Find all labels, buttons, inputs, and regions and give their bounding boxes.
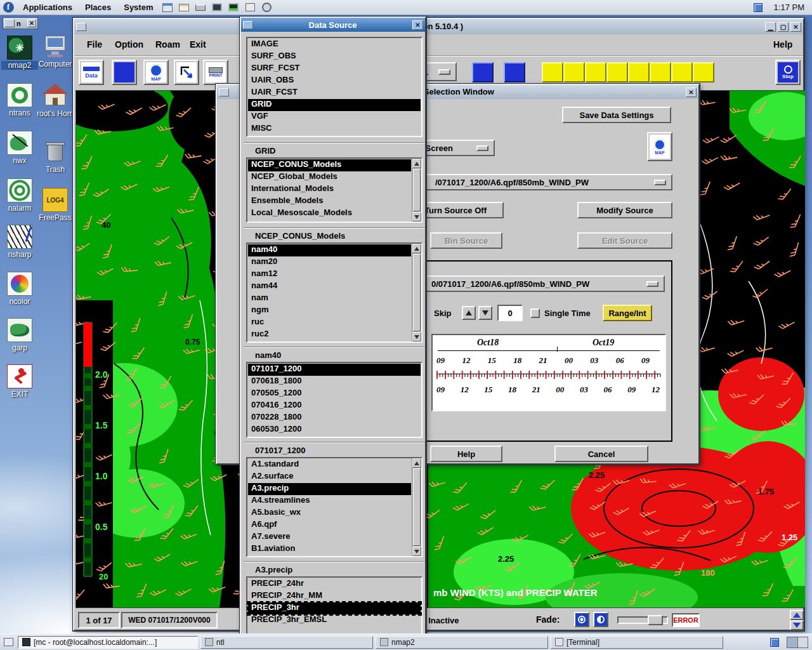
data-source-menu-icon[interactable] (243, 21, 253, 29)
desktop-icon-ncolor[interactable]: ncolor (1, 272, 38, 306)
menu-places[interactable]: Places (79, 1, 117, 14)
desktop-icon-nalarm[interactable]: nalarm (1, 178, 38, 213)
list-item-selected[interactable]: nam40 (248, 244, 411, 256)
help-button[interactable]: Help (430, 446, 502, 462)
list-item[interactable]: PRECIP_24hr_MM (248, 590, 421, 602)
list-item[interactable]: 070416_1200 (248, 400, 421, 412)
list-item[interactable]: IMAGE (248, 39, 421, 51)
list-item[interactable]: A1.standard (248, 459, 411, 471)
list-item[interactable]: A6.qpf (248, 519, 411, 531)
single-time-checkbox[interactable] (530, 308, 540, 318)
close-icon[interactable]: ✕ (790, 22, 801, 32)
list-item[interactable]: ruc (248, 317, 411, 329)
list-item[interactable]: International_Models (248, 183, 411, 196)
window-list-icon[interactable] (768, 636, 781, 649)
timeline-panel[interactable]: Oct18 Oct19 091215182100030609 091215182… (431, 334, 666, 411)
data-source-close-icon[interactable]: ✕ (412, 20, 423, 30)
blue-tool-button-1[interactable] (112, 60, 137, 85)
list-item[interactable]: nam (248, 293, 411, 305)
list-item[interactable]: ruc2 (248, 329, 411, 341)
desktop-icon-freepass[interactable]: LOG4 FreePass (37, 188, 74, 222)
frame-button-2[interactable] (563, 62, 585, 83)
range-int-button[interactable]: Range/Int (603, 305, 652, 321)
scroll-down-icon[interactable] (412, 547, 421, 556)
selection-window-menu-icon[interactable] (219, 88, 229, 96)
workspace-switcher[interactable] (787, 637, 808, 648)
scroll-down-icon[interactable] (412, 212, 421, 222)
taskbar-item-terminal[interactable]: [Terminal] (551, 636, 723, 649)
list-item[interactable]: UAIR_OBS (248, 75, 421, 87)
list-item[interactable]: nam12 (248, 269, 411, 281)
list-item[interactable]: B1.aviation (248, 543, 411, 555)
frame-button-7[interactable] (671, 62, 693, 83)
selection-close-icon[interactable]: ✕ (686, 88, 697, 97)
list-item-selected[interactable]: 071017_1200 (248, 364, 421, 376)
fade-slider[interactable] (617, 616, 668, 624)
mini-window-menu-icon[interactable] (4, 19, 15, 27)
scroll-thumb[interactable] (413, 169, 421, 211)
frame-button-1[interactable] (542, 62, 563, 83)
desktop-icon-nwx[interactable]: nwx (1, 131, 38, 165)
printer-launcher-icon[interactable] (194, 1, 207, 14)
desktop-icon-trash[interactable]: Trash (37, 140, 74, 174)
list-item-selected[interactable]: A3.precip (248, 483, 411, 495)
workspace-1[interactable] (787, 637, 798, 647)
frame-button-6[interactable] (650, 62, 671, 83)
timeline-ruler[interactable] (435, 368, 662, 382)
show-desktop-icon[interactable] (2, 636, 15, 649)
desktop-icon-ntrans[interactable]: ntrans (1, 83, 38, 117)
list-item[interactable]: NCEP_Global_Models (248, 171, 411, 183)
list-item[interactable]: Ensemble_Models (248, 196, 411, 208)
power-launcher-icon[interactable] (260, 1, 273, 14)
skip-up-button[interactable] (462, 306, 476, 320)
list-item[interactable]: VGF (248, 111, 421, 123)
desktop-icon-computer[interactable]: Computer (37, 34, 74, 69)
list-item[interactable]: 070618_1800 (248, 376, 421, 388)
menu-system[interactable]: System (117, 1, 159, 14)
window-menu-icon[interactable] (76, 23, 86, 31)
clock[interactable]: 1:17 PM (766, 3, 812, 12)
menu-applications[interactable]: Applications (16, 1, 79, 14)
mini-window-close-icon[interactable]: ✕ (27, 19, 36, 27)
scrollbar[interactable] (412, 244, 421, 342)
list-item[interactable]: PRECIP_24hr (248, 578, 421, 590)
list-item[interactable]: ngm (248, 305, 411, 317)
scroll-thumb[interactable] (413, 254, 421, 331)
scroll-up-icon[interactable] (412, 458, 421, 468)
maximize-icon[interactable]: ▢ (778, 22, 789, 32)
list-item[interactable]: A2.surface (248, 471, 411, 483)
menu-option[interactable]: Option (111, 38, 147, 51)
list-item-selected[interactable]: GRID (248, 99, 421, 111)
distro-logo-icon[interactable]: f (2, 1, 15, 14)
workspace-2[interactable] (798, 637, 808, 647)
list-item[interactable]: PRECIP_3hr_EMSL (248, 614, 421, 627)
skip-down-button[interactable] (478, 306, 492, 320)
list-item[interactable]: A7.severe (248, 531, 411, 543)
list-item[interactable]: SURF_FCST (248, 63, 421, 75)
data-button[interactable]: Data (79, 60, 104, 85)
mini-window[interactable]: n ✕ (3, 17, 38, 29)
scrollbar[interactable] (412, 458, 421, 556)
list-item-selected[interactable]: NCEP_CONUS_Models (248, 159, 411, 171)
list-item[interactable]: MISC (248, 123, 421, 135)
frame-button-5[interactable] (628, 62, 650, 83)
menu-file[interactable]: File (83, 38, 106, 51)
taskbar-item-ntl[interactable]: ntl (200, 636, 373, 649)
frame-button-8[interactable] (693, 62, 714, 83)
desktop-icon-home[interactable]: root's Home (37, 84, 74, 118)
map-button[interactable]: MAP (143, 60, 169, 85)
save-data-settings-button[interactable]: Save Data Settings (562, 107, 671, 123)
cancel-button[interactable]: Cancel (554, 446, 648, 462)
fade-toggle-2[interactable] (593, 612, 608, 627)
frame-down-button[interactable] (790, 620, 804, 630)
blue-frame-button-1[interactable] (472, 62, 494, 83)
scrollbar[interactable] (412, 159, 421, 222)
menu-exit[interactable]: Exit (186, 38, 210, 51)
modify-source-button[interactable]: Modify Source (577, 202, 672, 218)
blue-frame-button-2[interactable] (504, 62, 525, 83)
scroll-up-icon[interactable] (412, 159, 421, 168)
list-item[interactable]: nam44 (248, 281, 411, 293)
terminal-launcher-icon[interactable] (244, 1, 256, 14)
scroll-up-icon[interactable] (412, 244, 421, 253)
monitor-launcher-icon[interactable] (227, 1, 240, 14)
